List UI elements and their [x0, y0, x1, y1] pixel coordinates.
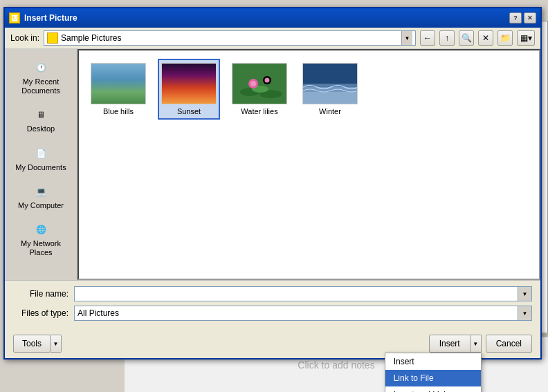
new-folder-button[interactable]: 📁 [497, 30, 513, 46]
water-lilies-image [232, 63, 286, 104]
file-item-winter[interactable]: Winter [299, 59, 361, 120]
sidebar-item-label-recent: My Recent Documents [8, 77, 73, 95]
svg-point-5 [250, 81, 256, 86]
thumb-sunset [161, 63, 217, 104]
sidebar-item-desktop[interactable]: 🖥 Desktop [5, 102, 77, 138]
sidebar-item-label-desktop: Desktop [27, 124, 55, 133]
view-menu-button[interactable]: ▦▾ [517, 30, 535, 46]
title-bar: 🖼 Insert Picture ? ✕ [5, 8, 540, 28]
file-item-water-lilies[interactable]: Water lilies [228, 59, 291, 120]
dropdown-item-link-to-file[interactable]: Link to File [385, 370, 481, 386]
file-name-winter: Winter [319, 107, 341, 115]
file-name-label: File name: [13, 289, 68, 299]
file-name-sunset: Sunset [177, 107, 201, 115]
recent-icon: 🕐 [33, 59, 49, 76]
file-name-input-wrap: ▼ [74, 286, 532, 301]
file-name-input[interactable] [74, 286, 518, 301]
help-button[interactable]: ? [509, 12, 522, 24]
look-in-label: Look in: [10, 33, 39, 43]
back-icon: ← [423, 33, 432, 43]
look-in-combo[interactable]: Sample Pictures ▼ [44, 30, 416, 46]
delete-button[interactable]: ✕ [478, 30, 493, 46]
search-icon: 🔍 [462, 33, 472, 43]
svg-point-7 [265, 78, 270, 83]
thumb-water-lilies [232, 63, 287, 104]
search-web-button[interactable]: 🔍 [459, 30, 474, 46]
files-of-type-dropdown-arrow[interactable]: ▼ [518, 306, 532, 321]
sidebar-item-mycomputer[interactable]: 💻 My Computer [5, 178, 77, 215]
insert-button-wrap: Insert ▼ Insert Link to File Insert and … [429, 335, 482, 353]
dropdown-item-insert-and-link[interactable]: Insert and Link [385, 386, 481, 392]
desktop-icon: 🖥 [33, 106, 49, 123]
files-of-type-row: Files of type: All Pictures ▼ [13, 306, 532, 321]
tools-arrow[interactable]: ▼ [51, 335, 62, 353]
sidebar-item-network[interactable]: 🌐 My Network Places [5, 216, 77, 262]
new-folder-icon: 📁 [500, 33, 511, 43]
sidebar: 🕐 My Recent Documents 🖥 Desktop 📄 My Doc… [5, 49, 77, 280]
delete-icon: ✕ [482, 33, 489, 43]
sidebar-item-label-mydocs: My Documents [15, 163, 66, 172]
insert-picture-dialog: 🖼 Insert Picture ? ✕ Look in: Sample Pic… [3, 7, 542, 360]
back-button[interactable]: ← [420, 30, 435, 46]
insert-dropdown-arrow[interactable]: ▼ [471, 335, 482, 353]
mydocs-icon: 📄 [33, 145, 49, 162]
insert-dropdown-menu: Insert Link to File Insert and Link [385, 353, 482, 392]
dialog-actions: Tools ▼ Insert ▼ Insert Link to File Ins… [5, 330, 540, 358]
title-bar-controls: ? ✕ [509, 12, 536, 24]
files-of-type-label: Files of type: [13, 308, 68, 318]
file-name-row: File name: ▼ [13, 286, 532, 301]
dropdown-item-insert[interactable]: Insert [385, 353, 481, 370]
dialog-icon: 🖼 [9, 12, 20, 24]
title-bar-left: 🖼 Insert Picture [9, 12, 77, 24]
dialog-toolbar: Look in: Sample Pictures ▼ ← ↑ 🔍 ✕ 📁 ▦▾ [5, 28, 540, 49]
winter-image [303, 63, 357, 104]
file-area[interactable]: Blue hills Sunset [77, 49, 540, 280]
close-button[interactable]: ✕ [524, 12, 536, 24]
blue-hills-image [91, 63, 145, 104]
dialog-body: 🕐 My Recent Documents 🖥 Desktop 📄 My Doc… [5, 49, 540, 280]
action-buttons: Insert ▼ Insert Link to File Insert and … [429, 335, 532, 353]
sidebar-item-label-network: My Network Places [8, 239, 73, 257]
notes-placeholder: Click to add notes [298, 360, 374, 371]
svg-rect-0 [232, 63, 286, 104]
file-name-water-lilies: Water lilies [241, 107, 277, 115]
up-icon: ↑ [445, 33, 449, 43]
network-icon: 🌐 [33, 221, 49, 238]
tools-button-wrap: Tools ▼ [13, 335, 62, 353]
thumb-blue-hills [91, 63, 146, 104]
thumb-winter [302, 63, 358, 104]
look-in-arrow[interactable]: ▼ [401, 31, 412, 45]
file-item-sunset[interactable]: Sunset [158, 59, 220, 120]
dialog-bottom: File name: ▼ Files of type: All Pictures… [5, 280, 540, 330]
sidebar-item-mydocs[interactable]: 📄 My Documents [5, 140, 77, 177]
files-of-type-value[interactable]: All Pictures [74, 306, 518, 321]
view-icon: ▦▾ [520, 33, 532, 43]
sidebar-item-recent[interactable]: 🕐 My Recent Documents [5, 55, 77, 100]
file-name-dropdown-arrow[interactable]: ▼ [518, 286, 532, 301]
sidebar-item-label-mycomputer: My Computer [18, 201, 64, 210]
folder-icon [47, 32, 58, 44]
mycomputer-icon: 💻 [33, 183, 49, 200]
file-name-blue-hills: Blue hills [103, 107, 134, 115]
cancel-button[interactable]: Cancel [486, 335, 532, 353]
insert-button[interactable]: Insert [429, 335, 471, 353]
sunset-image [162, 63, 216, 104]
file-item-blue-hills[interactable]: Blue hills [87, 59, 149, 120]
dialog-title: Insert Picture [24, 13, 77, 23]
up-folder-button[interactable]: ↑ [439, 30, 455, 46]
tools-button[interactable]: Tools [13, 335, 51, 353]
files-of-type-input-wrap: All Pictures ▼ [74, 306, 532, 321]
look-in-value: Sample Pictures [61, 33, 401, 43]
